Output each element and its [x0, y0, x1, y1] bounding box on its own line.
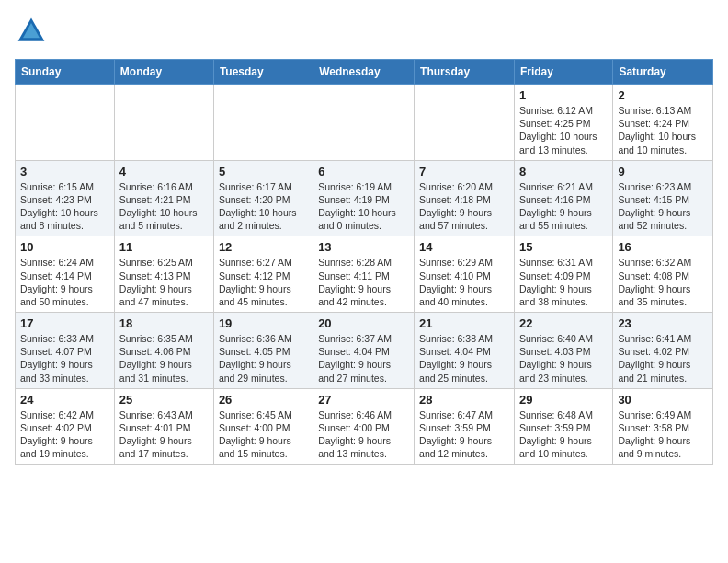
calendar-cell: 13Sunrise: 6:28 AM Sunset: 4:11 PM Dayli… — [313, 236, 415, 313]
day-info: Sunrise: 6:41 AM Sunset: 4:02 PM Dayligh… — [618, 332, 708, 385]
calendar-cell: 26Sunrise: 6:45 AM Sunset: 4:00 PM Dayli… — [213, 388, 313, 465]
calendar-cell: 19Sunrise: 6:36 AM Sunset: 4:05 PM Dayli… — [213, 313, 313, 389]
calendar-week-2: 10Sunrise: 6:24 AM Sunset: 4:14 PM Dayli… — [16, 236, 713, 313]
calendar-cell — [16, 85, 115, 161]
calendar-cell: 17Sunrise: 6:33 AM Sunset: 4:07 PM Dayli… — [16, 313, 115, 389]
day-number: 23 — [618, 316, 708, 330]
day-info: Sunrise: 6:23 AM Sunset: 4:15 PM Dayligh… — [618, 180, 708, 233]
calendar-week-4: 24Sunrise: 6:42 AM Sunset: 4:02 PM Dayli… — [16, 388, 713, 465]
day-number: 8 — [519, 165, 608, 178]
calendar-table: SundayMondayTuesdayWednesdayThursdayFrid… — [15, 59, 713, 465]
day-info: Sunrise: 6:33 AM Sunset: 4:07 PM Dayligh… — [20, 332, 109, 385]
day-number: 29 — [519, 393, 608, 407]
day-number: 18 — [119, 316, 209, 330]
calendar-week-0: 1Sunrise: 6:12 AM Sunset: 4:25 PM Daylig… — [16, 85, 713, 161]
calendar-cell: 11Sunrise: 6:25 AM Sunset: 4:13 PM Dayli… — [114, 236, 213, 313]
calendar-cell — [114, 85, 213, 161]
day-number: 5 — [219, 165, 308, 178]
calendar-cell: 9Sunrise: 6:23 AM Sunset: 4:15 PM Daylig… — [613, 160, 713, 236]
day-info: Sunrise: 6:43 AM Sunset: 4:01 PM Dayligh… — [119, 408, 209, 461]
calendar-week-3: 17Sunrise: 6:33 AM Sunset: 4:07 PM Dayli… — [16, 313, 713, 389]
day-info: Sunrise: 6:15 AM Sunset: 4:23 PM Dayligh… — [20, 180, 109, 233]
day-number: 15 — [519, 240, 608, 254]
calendar-cell: 29Sunrise: 6:48 AM Sunset: 3:59 PM Dayli… — [514, 388, 612, 465]
logo — [15, 15, 51, 48]
day-number: 10 — [20, 240, 109, 254]
calendar-cell: 3Sunrise: 6:15 AM Sunset: 4:23 PM Daylig… — [16, 160, 115, 236]
day-info: Sunrise: 6:46 AM Sunset: 4:00 PM Dayligh… — [318, 408, 409, 461]
day-info: Sunrise: 6:42 AM Sunset: 4:02 PM Dayligh… — [20, 408, 109, 461]
col-header-sunday: Sunday — [16, 60, 115, 85]
day-info: Sunrise: 6:37 AM Sunset: 4:04 PM Dayligh… — [318, 332, 409, 385]
day-info: Sunrise: 6:17 AM Sunset: 4:20 PM Dayligh… — [219, 180, 308, 233]
day-info: Sunrise: 6:45 AM Sunset: 4:00 PM Dayligh… — [219, 408, 308, 461]
calendar-cell: 5Sunrise: 6:17 AM Sunset: 4:20 PM Daylig… — [213, 160, 313, 236]
day-info: Sunrise: 6:28 AM Sunset: 4:11 PM Dayligh… — [318, 256, 409, 308]
calendar-header-row: SundayMondayTuesdayWednesdayThursdayFrid… — [16, 60, 713, 85]
calendar-cell: 30Sunrise: 6:49 AM Sunset: 3:58 PM Dayli… — [613, 388, 713, 465]
calendar-cell: 1Sunrise: 6:12 AM Sunset: 4:25 PM Daylig… — [514, 85, 612, 161]
calendar-cell: 2Sunrise: 6:13 AM Sunset: 4:24 PM Daylig… — [613, 85, 713, 161]
day-number: 1 — [519, 88, 608, 102]
day-number: 30 — [618, 393, 708, 407]
day-number: 14 — [419, 240, 509, 254]
day-number: 19 — [219, 316, 308, 330]
day-number: 21 — [419, 316, 509, 330]
day-info: Sunrise: 6:36 AM Sunset: 4:05 PM Dayligh… — [219, 332, 308, 385]
calendar-cell: 7Sunrise: 6:20 AM Sunset: 4:18 PM Daylig… — [415, 160, 515, 236]
day-number: 27 — [318, 393, 409, 407]
calendar-cell — [313, 85, 415, 161]
day-info: Sunrise: 6:35 AM Sunset: 4:06 PM Dayligh… — [119, 332, 209, 385]
day-number: 20 — [318, 316, 409, 330]
day-number: 26 — [219, 393, 308, 407]
day-number: 17 — [20, 316, 109, 330]
calendar-cell: 10Sunrise: 6:24 AM Sunset: 4:14 PM Dayli… — [16, 236, 115, 313]
calendar-cell: 24Sunrise: 6:42 AM Sunset: 4:02 PM Dayli… — [16, 388, 115, 465]
logo-icon — [15, 15, 48, 48]
calendar-cell: 6Sunrise: 6:19 AM Sunset: 4:19 PM Daylig… — [313, 160, 415, 236]
col-header-thursday: Thursday — [415, 60, 515, 85]
day-info: Sunrise: 6:31 AM Sunset: 4:09 PM Dayligh… — [519, 256, 608, 308]
calendar-cell: 21Sunrise: 6:38 AM Sunset: 4:04 PM Dayli… — [415, 313, 515, 389]
calendar-cell: 25Sunrise: 6:43 AM Sunset: 4:01 PM Dayli… — [114, 388, 213, 465]
day-number: 28 — [419, 393, 509, 407]
day-info: Sunrise: 6:49 AM Sunset: 3:58 PM Dayligh… — [618, 408, 708, 461]
day-number: 9 — [618, 165, 708, 178]
col-header-wednesday: Wednesday — [313, 60, 415, 85]
day-info: Sunrise: 6:20 AM Sunset: 4:18 PM Dayligh… — [419, 180, 509, 233]
day-info: Sunrise: 6:25 AM Sunset: 4:13 PM Dayligh… — [119, 256, 209, 308]
calendar-cell: 18Sunrise: 6:35 AM Sunset: 4:06 PM Dayli… — [114, 313, 213, 389]
day-info: Sunrise: 6:29 AM Sunset: 4:10 PM Dayligh… — [419, 256, 509, 308]
day-info: Sunrise: 6:12 AM Sunset: 4:25 PM Dayligh… — [519, 104, 608, 156]
day-info: Sunrise: 6:32 AM Sunset: 4:08 PM Dayligh… — [618, 256, 708, 308]
day-number: 6 — [318, 165, 409, 178]
calendar-cell — [415, 85, 515, 161]
day-number: 25 — [119, 393, 209, 407]
day-info: Sunrise: 6:19 AM Sunset: 4:19 PM Dayligh… — [318, 180, 409, 233]
day-info: Sunrise: 6:16 AM Sunset: 4:21 PM Dayligh… — [119, 180, 209, 233]
calendar-week-1: 3Sunrise: 6:15 AM Sunset: 4:23 PM Daylig… — [16, 160, 713, 236]
day-number: 7 — [419, 165, 509, 178]
day-number: 22 — [519, 316, 608, 330]
col-header-monday: Monday — [114, 60, 213, 85]
calendar-cell: 15Sunrise: 6:31 AM Sunset: 4:09 PM Dayli… — [514, 236, 612, 313]
calendar-cell: 16Sunrise: 6:32 AM Sunset: 4:08 PM Dayli… — [613, 236, 713, 313]
calendar-cell: 28Sunrise: 6:47 AM Sunset: 3:59 PM Dayli… — [415, 388, 515, 465]
day-info: Sunrise: 6:13 AM Sunset: 4:24 PM Dayligh… — [618, 104, 708, 156]
page-header — [15, 15, 713, 48]
calendar-cell: 14Sunrise: 6:29 AM Sunset: 4:10 PM Dayli… — [415, 236, 515, 313]
calendar-cell: 4Sunrise: 6:16 AM Sunset: 4:21 PM Daylig… — [114, 160, 213, 236]
day-info: Sunrise: 6:21 AM Sunset: 4:16 PM Dayligh… — [519, 180, 608, 233]
col-header-friday: Friday — [514, 60, 612, 85]
calendar-cell: 27Sunrise: 6:46 AM Sunset: 4:00 PM Dayli… — [313, 388, 415, 465]
calendar-cell: 22Sunrise: 6:40 AM Sunset: 4:03 PM Dayli… — [514, 313, 612, 389]
calendar-cell: 20Sunrise: 6:37 AM Sunset: 4:04 PM Dayli… — [313, 313, 415, 389]
calendar-cell: 23Sunrise: 6:41 AM Sunset: 4:02 PM Dayli… — [613, 313, 713, 389]
day-info: Sunrise: 6:27 AM Sunset: 4:12 PM Dayligh… — [219, 256, 308, 308]
calendar-cell — [213, 85, 313, 161]
day-number: 12 — [219, 240, 308, 254]
day-info: Sunrise: 6:48 AM Sunset: 3:59 PM Dayligh… — [519, 408, 608, 461]
day-info: Sunrise: 6:38 AM Sunset: 4:04 PM Dayligh… — [419, 332, 509, 385]
calendar-cell: 12Sunrise: 6:27 AM Sunset: 4:12 PM Dayli… — [213, 236, 313, 313]
col-header-tuesday: Tuesday — [213, 60, 313, 85]
